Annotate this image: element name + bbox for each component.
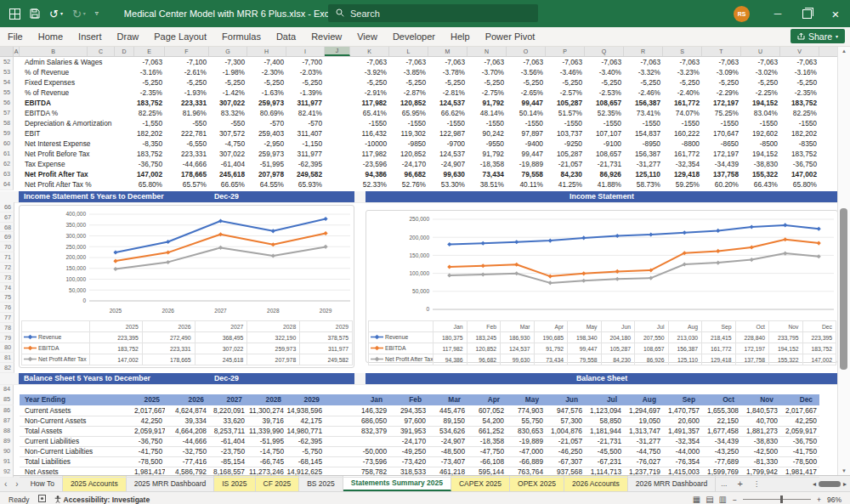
row-header[interactable]: 66 (0, 202, 14, 212)
balance-sheet-monthly-header[interactable]: Balance Sheet (366, 373, 838, 384)
cell[interactable]: 461,218 (428, 467, 468, 478)
column-header-U[interactable]: U (741, 47, 780, 56)
ribbon-tab-page-layout[interactable]: Page Layout (146, 28, 214, 46)
row-header[interactable]: 72 (0, 263, 14, 273)
column-header-T[interactable]: T (702, 47, 741, 56)
horizontal-scroll-thumb[interactable] (819, 481, 841, 487)
ribbon-tab-home[interactable]: Home (31, 28, 71, 46)
column-header-K[interactable]: K (350, 47, 389, 56)
row-header[interactable]: 71 (0, 252, 14, 263)
row-header[interactable]: 70 (0, 242, 14, 252)
cell[interactable]: 60.20% (702, 179, 741, 190)
income-statement-monthly-chart[interactable]: 050,000100,000150,000200,000250,000JanFe… (366, 210, 838, 363)
column-header-P[interactable]: P (546, 47, 585, 56)
zoom-slider[interactable] (743, 499, 811, 500)
ribbon-tab-review[interactable]: Review (303, 28, 349, 46)
row-header[interactable]: 67 (0, 212, 14, 223)
page-break-view-icon[interactable]: ▥ (719, 495, 727, 504)
scroll-down-icon[interactable]: ▼ (838, 468, 850, 473)
zoom-slider-thumb[interactable] (780, 496, 783, 503)
ribbon-tab-insert[interactable]: Insert (71, 28, 110, 46)
column-header-Q[interactable]: Q (585, 47, 624, 56)
cell[interactable]: 53.30% (428, 179, 468, 190)
balance-header-label[interactable]: Year Ending (20, 394, 134, 405)
sheet-options-icon[interactable]: ⋮ (748, 476, 766, 491)
column-header-C[interactable]: C (88, 47, 115, 56)
ribbon-tab-file[interactable]: File (0, 28, 31, 46)
column-header-F[interactable]: F (165, 47, 209, 56)
row-header[interactable]: 80 (0, 343, 14, 353)
column-header-I[interactable]: I (286, 47, 325, 56)
sheet-tab-statements-summary-2025[interactable]: Statements Summary 2025 (343, 476, 451, 491)
income-statement-5yr-chart[interactable]: 050,000100,000150,000200,000250,000300,0… (19, 205, 354, 368)
year-column-header[interactable]: 2028 (247, 394, 286, 405)
month-column-header[interactable]: Aug (624, 394, 663, 405)
page-layout-view-icon[interactable]: ▤ (706, 495, 713, 504)
cell-label[interactable]: Net Assets (20, 467, 134, 478)
cell[interactable]: 4,586,792 (165, 467, 209, 478)
cell[interactable]: 1,237,719 (624, 467, 663, 478)
column-header-N[interactable]: N (468, 47, 507, 56)
column-header-G[interactable]: G (209, 47, 247, 56)
cell[interactable]: 14,912,625 (286, 467, 325, 478)
cell[interactable]: 65.80% (780, 179, 819, 190)
cell[interactable]: 595,144 (468, 467, 507, 478)
row-header[interactable]: 76 (0, 303, 14, 313)
minimize-button[interactable]: ─ (763, 0, 792, 27)
row-header[interactable]: 73 (0, 273, 14, 283)
hscroll-right-icon[interactable]: ▸ (843, 480, 847, 488)
cell[interactable]: 318,533 (389, 467, 428, 478)
vertical-scroll-thumb[interactable] (840, 208, 847, 370)
row-header[interactable]: 79 (0, 333, 14, 343)
row-header[interactable]: 74 (0, 283, 14, 293)
cell[interactable]: 65.93% (286, 179, 325, 190)
month-column-header[interactable]: Jun (546, 394, 585, 405)
year-column-header[interactable]: 2029 (286, 394, 325, 405)
avatar[interactable]: RS (734, 6, 750, 22)
month-column-header[interactable]: Nov (741, 394, 780, 405)
cell[interactable]: 41.88% (585, 179, 624, 190)
column-header-M[interactable]: M (428, 47, 468, 56)
column-header-H[interactable]: H (247, 47, 286, 56)
column-header-R[interactable]: R (624, 47, 663, 56)
cell[interactable]: 1,981,417 (134, 467, 165, 478)
more-sheets-button[interactable]: ... (716, 476, 732, 491)
sheet-tab-capex-2025[interactable]: CAPEX 2025 (451, 476, 510, 491)
cell[interactable]: 937,568 (546, 467, 585, 478)
search-input[interactable]: Search (328, 4, 538, 22)
column-header-E[interactable]: E (134, 47, 165, 56)
row-header[interactable]: 69 (0, 232, 14, 242)
select-all-corner[interactable] (0, 47, 14, 56)
row-header[interactable]: 68 (0, 223, 14, 233)
year-column-header[interactable]: 2027 (209, 394, 247, 405)
ribbon-tab-help[interactable]: Help (443, 28, 478, 46)
sheet-tab-is-2025[interactable]: IS 2025 (214, 476, 255, 491)
macro-record-icon[interactable] (38, 495, 46, 504)
ribbon-tab-view[interactable]: View (349, 28, 385, 46)
sheet-tab-2025-mrr-dashboard[interactable]: 2025 MRR Dashboard (127, 476, 215, 491)
column-header-D[interactable]: D (115, 47, 134, 56)
normal-view-icon[interactable]: ▦ (693, 495, 700, 504)
accessibility-status[interactable]: Accessibility: Investigate (54, 496, 150, 504)
month-column-header[interactable]: Feb (389, 394, 428, 405)
month-column-header[interactable]: Jan (350, 394, 389, 405)
sheet-nav-right-icon[interactable]: › (11, 476, 22, 491)
close-button[interactable]: × (821, 0, 850, 27)
row-header[interactable]: 82 (0, 363, 14, 373)
column-header-O[interactable]: O (507, 47, 546, 56)
cell[interactable] (325, 467, 350, 478)
row-header[interactable]: 85 (0, 394, 14, 405)
cell[interactable] (325, 179, 350, 190)
ribbon-tab-power-pivot[interactable]: Power Pivot (478, 28, 543, 46)
row-header[interactable]: 92 (0, 467, 14, 478)
restore-button[interactable] (792, 0, 821, 27)
zoom-out-icon[interactable]: − (733, 496, 737, 504)
month-column-header[interactable]: Mar (428, 394, 468, 405)
cell[interactable]: 41.25% (546, 179, 585, 190)
ribbon-tab-draw[interactable]: Draw (110, 28, 147, 46)
column-header-J[interactable]: J (325, 47, 350, 56)
cell[interactable]: 1,114,713 (585, 467, 624, 478)
sheet-tab-opex-2025[interactable]: OPEX 2025 (510, 476, 564, 491)
sheet-tab-how-to[interactable]: How To (23, 476, 63, 491)
month-column-header[interactable]: Oct (702, 394, 741, 405)
